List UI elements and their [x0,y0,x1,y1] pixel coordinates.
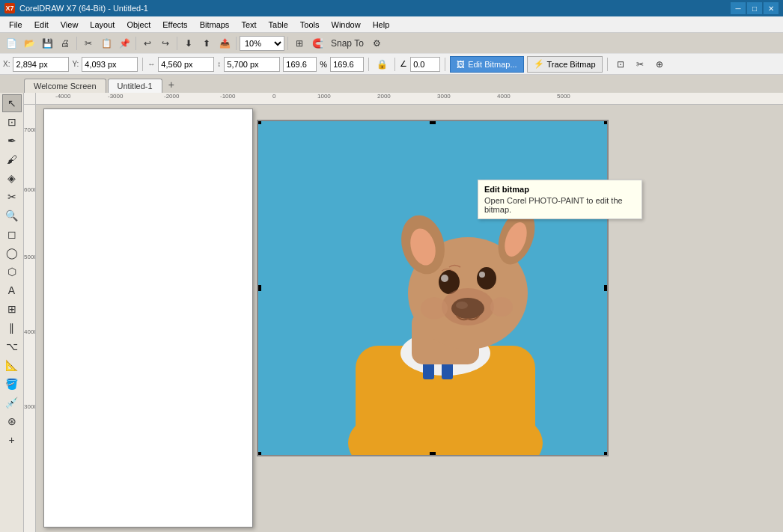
resize-button[interactable]: ⊡ [612,56,629,73]
ruler-mark-1000: 1000 [317,93,331,100]
zoom-select[interactable]: 10% [240,36,284,51]
left-toolbar: ↖ ⊡ ✒ 🖌 ◈ ✂ 🔍 ◻ ◯ ⬡ A ⊞ ∥ ⌥ 📐 🪣 💉 ⊛ + [0,93,24,532]
tool-add[interactable]: + [2,431,22,449]
menu-text[interactable]: Text [235,19,262,31]
ruler-mark-n1000: -1000 [220,93,235,100]
tool-text[interactable]: A [2,281,22,299]
more-button[interactable]: ⊕ [651,56,668,73]
menu-bar: File Edit View Layout Object Effects Bit… [0,16,783,33]
export-button[interactable]: ⬆ [198,35,215,52]
snap-button[interactable]: 🧲 [309,35,326,52]
new-button[interactable]: 📄 [3,35,19,52]
bitmap-image[interactable] [257,120,609,456]
x-label: X: [3,60,10,68]
menu-file[interactable]: File [3,19,28,31]
cut-button[interactable]: ✂ [80,35,97,52]
handle-mr[interactable] [604,285,609,291]
options-button[interactable]: ⚙ [369,35,386,52]
tool-connector[interactable]: ⌥ [2,337,22,355]
add-tab-button[interactable]: + [164,76,179,93]
y-input[interactable] [82,57,138,72]
tool-measure[interactable]: 📐 [2,356,22,374]
canvas-content[interactable]: Edit bitmap Open Corel PHOTO-PAINT to ed… [36,105,783,532]
handle-bl[interactable] [257,452,261,456]
tool-parallel[interactable]: ∥ [2,319,22,337]
tool-eyedropper[interactable]: 💉 [2,394,22,412]
crop-button[interactable]: ✂ [632,56,648,73]
edit-bitmap-button[interactable]: 🖼 Edit Bitmap... [450,56,523,73]
title-bar: X7 CorelDRAW X7 (64-Bit) - Untitled-1 ─ … [0,0,783,16]
menu-edit[interactable]: Edit [28,19,55,31]
grid-button[interactable]: ⊞ [291,35,308,52]
tool-interactive[interactable]: ⊛ [2,412,22,430]
separator-3 [177,37,177,50]
ruler-mark-n2000: -2000 [164,93,179,100]
angle-input[interactable] [410,57,440,72]
maximize-button[interactable]: □ [747,2,762,14]
ruler-side: 7000 6000 5000 4000 3000 [24,105,36,532]
tab-welcome[interactable]: Welcome Screen [24,79,106,93]
tool-zoom[interactable]: 🔍 [2,207,22,224]
save-button[interactable]: 💾 [39,35,55,52]
tool-crop[interactable]: ✂ [2,188,22,206]
menu-window[interactable]: Window [326,19,367,31]
tool-fill[interactable]: 🪣 [2,375,22,393]
close-button[interactable]: ✕ [764,2,779,14]
menu-layout[interactable]: Layout [84,19,121,31]
canvas-with-rulers: -4000 -3000 -2000 -1000 0 1000 2000 3000… [24,93,783,532]
menu-help[interactable]: Help [367,19,396,31]
undo-button[interactable]: ↩ [139,35,156,52]
page-canvas [43,108,253,528]
separator-2 [135,37,136,50]
handle-tr[interactable] [604,120,609,124]
tool-table[interactable]: ⊞ [2,300,22,318]
menu-view[interactable]: View [55,19,85,31]
tool-ellipse[interactable]: ◯ [2,244,22,262]
publish-button[interactable]: 📤 [216,35,233,52]
main-area: ↖ ⊡ ✒ 🖌 ◈ ✂ 🔍 ◻ ◯ ⬡ A ⊞ ∥ ⌥ 📐 🪣 💉 ⊛ + -4… [0,93,783,532]
tool-polygon[interactable]: ⬡ [2,263,22,281]
redo-button[interactable]: ↪ [157,35,174,52]
x-input[interactable] [13,57,69,72]
minimize-button[interactable]: ─ [731,2,746,14]
trace-bitmap-button[interactable]: ⚡ Trace Bitmap [527,56,603,73]
tool-shape[interactable]: ⊡ [2,113,22,131]
menu-bitmaps[interactable]: Bitmaps [194,19,236,31]
sep3 [445,58,445,71]
handle-tc[interactable] [430,120,436,124]
h-input[interactable] [224,57,280,72]
sep4 [607,58,608,71]
handle-ml[interactable] [257,285,261,291]
w-label: ↔ [147,60,155,68]
paste-button[interactable]: 📌 [116,35,132,52]
menu-table[interactable]: Table [263,19,294,31]
handle-br[interactable] [604,452,609,456]
handle-bc[interactable] [430,452,436,456]
menu-tools[interactable]: Tools [294,19,326,31]
menu-effects[interactable]: Effects [156,19,193,31]
tool-rect[interactable]: ◻ [2,225,22,243]
toolbar-row-1: 📄 📂 💾 🖨 ✂ 📋 📌 ↩ ↪ ⬇ ⬆ 📤 10% ⊞ 🧲 Snap To … [0,33,783,54]
sep2 [394,58,395,71]
tool-select[interactable]: ↖ [2,94,22,112]
ruler-mark-n3000: -3000 [108,93,123,100]
print-button[interactable]: 🖨 [57,35,73,52]
tool-artistic[interactable]: 🖌 [2,150,22,168]
ruler-corner [24,93,36,105]
tool-smudge[interactable]: ◈ [2,169,22,187]
scale-w-input[interactable] [283,57,317,72]
scale-h-input[interactable] [330,57,364,72]
ruler-mark-0: 0 [272,93,275,100]
svg-point-19 [421,297,448,319]
tool-freehand[interactable]: ✒ [2,132,22,150]
snap-to-button[interactable]: Snap To [327,35,368,52]
import-button[interactable]: ⬇ [180,35,197,52]
w-input[interactable] [158,57,214,72]
handle-tl[interactable] [257,120,261,124]
menu-object[interactable]: Object [121,19,156,31]
tab-untitled[interactable]: Untitled-1 [108,79,162,93]
open-button[interactable]: 📂 [21,35,37,52]
separator-1 [76,37,77,50]
copy-button[interactable]: 📋 [98,35,115,52]
lock-ratio-button[interactable]: 🔒 [374,56,390,73]
